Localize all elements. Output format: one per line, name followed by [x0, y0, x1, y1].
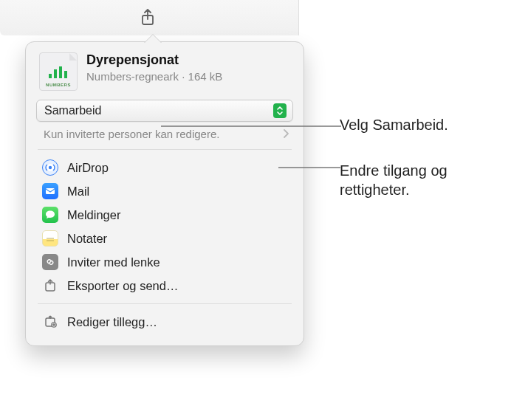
- messages-icon: [42, 207, 58, 223]
- svg-rect-2: [54, 69, 57, 78]
- share-popover: NUMBERS Dyrepensjonat Numbers-regneark ·…: [25, 41, 304, 346]
- share-button[interactable]: [133, 7, 162, 29]
- chevron-right-icon: [283, 128, 289, 140]
- share-target-mail[interactable]: Mail: [36, 179, 293, 203]
- collaboration-mode-label: Samarbeid: [44, 104, 101, 117]
- edit-extensions-label: Rediger tillegg…: [67, 315, 157, 329]
- share-target-label: Eksporter og send…: [67, 279, 178, 293]
- share-target-messages[interactable]: Meldinger: [36, 203, 293, 227]
- svg-rect-6: [46, 188, 55, 194]
- svg-rect-3: [59, 66, 62, 78]
- document-subtitle: Numbers-regneark · 164 kB: [86, 69, 222, 84]
- callout-text-permissions: Endre tilgang og rettigheter.: [340, 161, 511, 199]
- document-title: Dyrepensjonat: [86, 52, 222, 69]
- share-target-label: Mail: [67, 185, 89, 199]
- export-icon: [42, 278, 58, 294]
- document-icon: NUMBERS: [39, 52, 78, 91]
- share-targets-list: AirDropMailMeldingerNotaterInviter med l…: [36, 150, 293, 303]
- svg-point-5: [49, 166, 52, 169]
- callout-text-collab: Velg Samarbeid.: [340, 115, 448, 134]
- toolbar: [0, 0, 299, 35]
- share-icon: [140, 9, 155, 27]
- collaboration-mode-select[interactable]: Samarbeid: [36, 100, 293, 122]
- extensions-icon: [42, 314, 58, 330]
- callout-leader-2: [278, 167, 340, 168]
- share-target-export-send[interactable]: Eksporter og send…: [36, 274, 293, 297]
- callout-leader-1: [161, 125, 341, 127]
- link-icon: [42, 254, 58, 270]
- share-target-label: Notater: [67, 232, 107, 246]
- share-target-label: Inviter med lenke: [67, 255, 160, 269]
- edit-extensions-item[interactable]: Rediger tillegg…: [36, 310, 293, 334]
- share-target-label: Meldinger: [67, 208, 120, 222]
- share-target-invite-link[interactable]: Inviter med lenke: [36, 250, 293, 274]
- airdrop-icon: [42, 159, 58, 176]
- svg-rect-1: [49, 74, 52, 78]
- mail-icon: [42, 183, 58, 199]
- updown-icon: [273, 103, 287, 118]
- footer-menu: Rediger tillegg…: [36, 304, 293, 340]
- svg-rect-4: [64, 71, 67, 78]
- document-icon-label: NUMBERS: [46, 83, 71, 87]
- share-target-airdrop[interactable]: AirDrop: [36, 156, 293, 179]
- notes-icon: [42, 230, 58, 247]
- share-target-notes[interactable]: Notater: [36, 227, 293, 250]
- permissions-text: Kun inviterte personer kan redigere.: [44, 128, 219, 140]
- share-target-label: AirDrop: [67, 161, 109, 175]
- file-header: NUMBERS Dyrepensjonat Numbers-regneark ·…: [36, 52, 293, 100]
